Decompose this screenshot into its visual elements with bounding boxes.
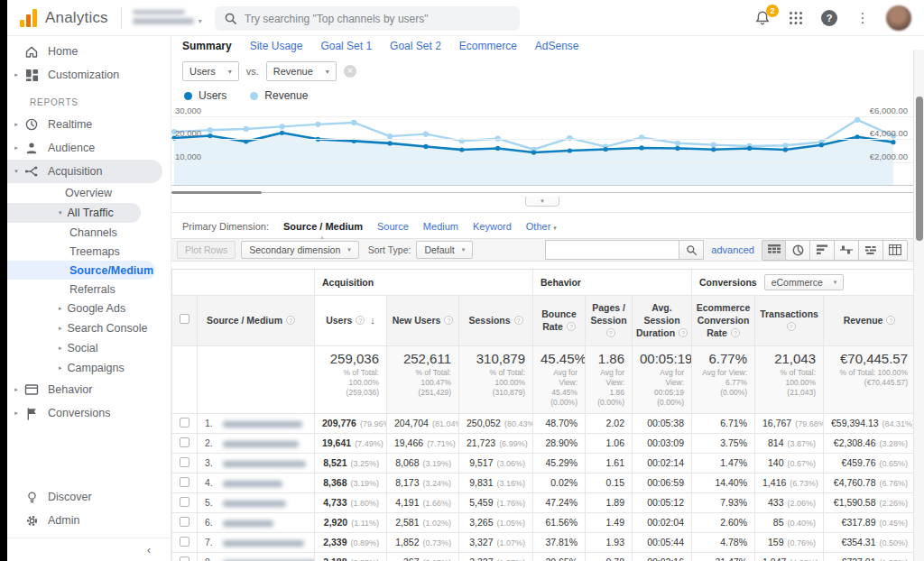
table-view-button[interactable] [762,240,786,261]
col-pages-session[interactable]: Pages / Session? [586,296,633,346]
analytics-logo-icon[interactable] [20,9,37,27]
remove-metric-button[interactable]: × [344,65,356,78]
row-checkbox[interactable] [180,437,189,447]
performance-view-button[interactable] [810,240,835,261]
account-switcher[interactable]: ▾ [133,10,202,25]
help-icon[interactable]: ? [567,322,576,331]
help-icon[interactable]: ? [886,316,895,325]
sidebar-item-home[interactable]: Home [7,40,171,63]
advanced-search-link[interactable]: advanced [711,244,754,255]
dimension-keyword[interactable]: Keyword [473,221,512,232]
tab-ecommerce[interactable]: Ecommerce [459,40,517,52]
slider-handle[interactable] [171,191,262,194]
sidebar-item-overview[interactable]: Overview [7,183,171,203]
select-all-checkbox[interactable] [180,314,189,324]
sidebar-item-customization[interactable]: ▸ Customization [7,63,171,87]
source-medium-name-redacted[interactable] [223,479,282,489]
dimension-medium[interactable]: Medium [423,221,458,232]
chart-collapse-tab[interactable]: ▾ [525,197,559,207]
more-options-button[interactable]: ⋮ [853,8,873,28]
sidebar-item-search-console[interactable]: ▸ Search Console [7,318,171,338]
tab-goal-set-2[interactable]: Goal Set 2 [390,40,441,52]
pivot-view-button[interactable] [883,240,908,261]
dimension-source[interactable]: Source [377,221,409,232]
dimension-other-dropdown[interactable]: Other ▾ [526,221,557,232]
sidebar-item-all-traffic[interactable]: ▾ All Traffic [7,203,141,223]
help-icon[interactable]: ? [606,328,615,337]
help-icon[interactable]: ? [679,328,688,337]
global-search[interactable] [215,6,520,31]
metric-2-dropdown[interactable]: Revenue ▾ [266,61,337,81]
secondary-dimension-dropdown[interactable]: Secondary dimension ▾ [241,241,359,259]
notifications-button[interactable]: 2 [753,8,772,28]
table-search-input[interactable] [545,240,679,260]
row-checkbox[interactable] [180,497,189,507]
sidebar-item-referrals[interactable]: Referrals [7,280,171,299]
source-medium-name-redacted[interactable] [223,538,304,548]
dimension-source-medium[interactable]: Source / Medium ▲ [283,221,363,232]
tab-goal-set-1[interactable]: Goal Set 1 [320,40,372,52]
col-transactions[interactable]: Transactions? [755,296,824,346]
sidebar-item-source-medium[interactable]: Source/Medium [7,261,155,280]
sort-type-dropdown[interactable]: Default ▾ [416,241,473,259]
table-search-button[interactable] [679,240,704,260]
source-medium-name-redacted[interactable] [223,558,315,561]
col-new-users[interactable]: New Users? [387,296,459,346]
sidebar-item-admin[interactable]: Admin [7,509,171,532]
tab-adsense[interactable]: AdSense [535,40,579,52]
row-checkbox[interactable] [180,556,189,561]
col-revenue[interactable]: Revenue? [824,296,916,346]
row-checkbox[interactable] [180,517,189,527]
sidebar-item-social[interactable]: ▸ Social [7,338,171,358]
scrollbar-thumb[interactable] [916,97,923,241]
sidebar-item-conversions[interactable]: ▸ Conversions [7,401,171,425]
tab-site-usage[interactable]: Site Usage [250,40,303,52]
source-medium-name-redacted[interactable] [223,459,306,469]
help-icon[interactable]: ? [514,316,523,325]
sidebar-item-acquisition[interactable]: ▾ Acquisition [7,160,162,183]
help-button[interactable]: ? [819,8,839,28]
sidebar-item-discover[interactable]: Discover [7,485,171,509]
help-icon[interactable]: ? [444,316,453,325]
vertical-scrollbar[interactable] [913,50,924,561]
source-medium-name-redacted[interactable] [223,439,299,449]
search-input[interactable] [245,13,497,25]
row-checkbox[interactable] [180,418,189,428]
sidebar-item-campaigns[interactable]: ▸ Campaigns [7,358,171,378]
sort-desc-icon[interactable]: ↓ [370,315,375,326]
sidebar-item-audience[interactable]: ▸ Audience [7,136,171,160]
conversions-goal-dropdown[interactable]: eCommerce ▾ [764,274,845,290]
row-checkbox[interactable] [180,477,189,487]
sidebar-collapse-button[interactable]: ‹ [7,538,171,561]
sidebar-item-realtime[interactable]: ▸ Realtime [7,113,171,136]
sidebar-item-google-ads[interactable]: ▸ Google Ads [7,299,171,318]
sidebar-item-channels[interactable]: Channels [7,223,171,242]
apps-grid-button[interactable] [786,8,806,28]
row-checkbox[interactable] [180,457,189,467]
tab-summary[interactable]: Summary [182,40,232,52]
col-users[interactable]: Users?↓ [315,296,387,346]
source-medium-name-redacted[interactable] [223,519,273,529]
sidebar-item-treemaps[interactable]: Treemaps [7,242,171,261]
search-icon [224,12,237,25]
help-icon[interactable]: ? [356,316,365,325]
metric-1-dropdown[interactable]: Users ▾ [182,61,239,81]
avatar[interactable] [886,5,911,31]
help-icon[interactable]: ? [787,322,796,331]
col-avg-session-duration[interactable]: Avg. Session Duration? [633,296,692,346]
help-icon[interactable]: ? [731,328,740,337]
plot-rows-button[interactable]: Plot Rows [177,241,236,259]
source-medium-name-redacted[interactable] [223,499,286,509]
row-checkbox[interactable] [180,537,189,547]
col-source-medium[interactable]: Source / Medium? [198,296,315,346]
comparison-view-button[interactable] [835,240,859,261]
help-icon[interactable]: ? [286,316,295,325]
source-medium-name-redacted[interactable] [223,419,302,429]
timeseries-chart: 30,000€6,000.0020,000€4,000.0010,000€2,0… [171,106,913,189]
sidebar-item-behavior[interactable]: ▸ Behavior [7,378,171,401]
percentage-view-button[interactable] [786,240,810,261]
col-ecommerce-conversion-rate[interactable]: Ecommerce Conversion Rate? [692,296,755,346]
col-sessions[interactable]: Sessions? [459,296,533,346]
col-bounce-rate[interactable]: Bounce Rate? [533,296,586,346]
term-cloud-view-button[interactable] [859,240,883,261]
